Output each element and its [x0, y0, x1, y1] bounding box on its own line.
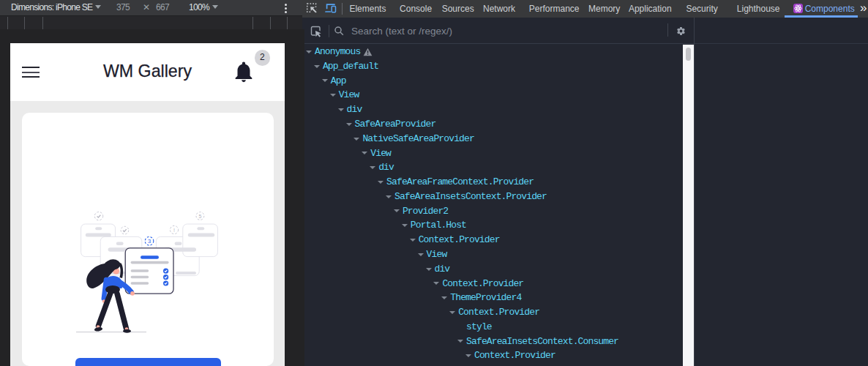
svg-text:5: 5: [198, 214, 201, 219]
svg-text:!: !: [173, 228, 175, 233]
svg-text:3: 3: [148, 238, 151, 244]
